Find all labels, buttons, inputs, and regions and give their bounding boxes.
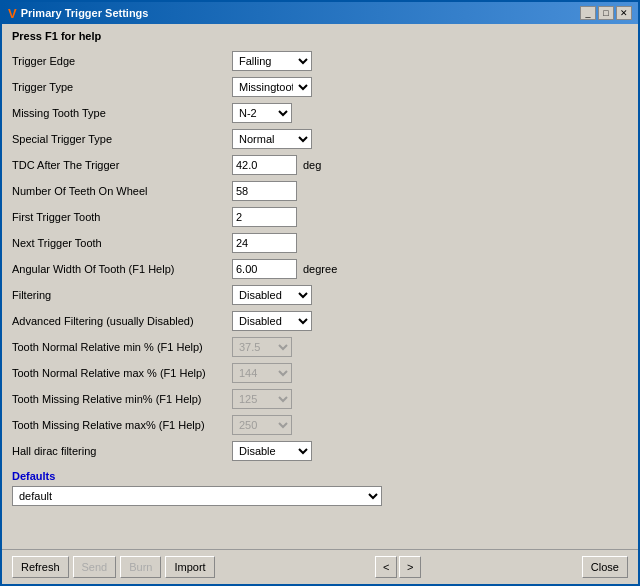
- app-icon: V: [8, 6, 17, 21]
- tooth-normal-min-label: Tooth Normal Relative min % (F1 Help): [12, 341, 232, 353]
- next-tooth-label: Next Trigger Tooth: [12, 237, 232, 249]
- missing-tooth-type-select[interactable]: N-2 N-1: [232, 103, 292, 123]
- minimize-button[interactable]: _: [580, 6, 596, 20]
- tooth-normal-min-control: 37.5: [232, 337, 292, 357]
- angular-width-label: Angular Width Of Tooth (F1 Help): [12, 263, 232, 275]
- first-tooth-input[interactable]: [232, 207, 297, 227]
- hall-dirac-control: Disable Enable: [232, 441, 312, 461]
- close-button[interactable]: Close: [582, 556, 628, 578]
- trigger-type-select[interactable]: Missingtooth Other: [232, 77, 312, 97]
- filtering-row: Filtering Disabled Enabled: [12, 284, 628, 306]
- tdc-control: deg: [232, 155, 321, 175]
- trigger-type-row: Trigger Type Missingtooth Other: [12, 76, 628, 98]
- import-button[interactable]: Import: [165, 556, 214, 578]
- missing-tooth-type-row: Missing Tooth Type N-2 N-1: [12, 102, 628, 124]
- tooth-normal-max-control: 144: [232, 363, 292, 383]
- tooth-normal-max-label: Tooth Normal Relative max % (F1 Help): [12, 367, 232, 379]
- adv-filtering-label: Advanced Filtering (usually Disabled): [12, 315, 232, 327]
- main-window: V Primary Trigger Settings _ □ ✕ Press F…: [0, 0, 640, 586]
- teeth-control: [232, 181, 297, 201]
- tdc-label: TDC After The Trigger: [12, 159, 232, 171]
- next-tooth-input[interactable]: [232, 233, 297, 253]
- adv-filtering-select[interactable]: Disabled Enabled: [232, 311, 312, 331]
- tooth-missing-max-row: Tooth Missing Relative max% (F1 Help) 25…: [12, 414, 628, 436]
- tooth-missing-min-control: 125: [232, 389, 292, 409]
- trigger-edge-label: Trigger Edge: [12, 55, 232, 67]
- burn-button[interactable]: Burn: [120, 556, 161, 578]
- defaults-label: Defaults: [12, 470, 628, 482]
- trigger-edge-select[interactable]: Falling Rising: [232, 51, 312, 71]
- first-tooth-label: First Trigger Tooth: [12, 211, 232, 223]
- angular-width-row: Angular Width Of Tooth (F1 Help) degree: [12, 258, 628, 280]
- next-button[interactable]: >: [399, 556, 421, 578]
- footer-right: Close: [582, 556, 628, 578]
- filtering-control: Disabled Enabled: [232, 285, 312, 305]
- trigger-edge-control: Falling Rising: [232, 51, 312, 71]
- content-area: Press F1 for help Trigger Edge Falling R…: [2, 24, 638, 549]
- hall-dirac-row: Hall dirac filtering Disable Enable: [12, 440, 628, 462]
- tdc-unit: deg: [303, 159, 321, 171]
- filtering-label: Filtering: [12, 289, 232, 301]
- filtering-select[interactable]: Disabled Enabled: [232, 285, 312, 305]
- footer: Refresh Send Burn Import < > Close: [2, 549, 638, 584]
- send-button[interactable]: Send: [73, 556, 117, 578]
- trigger-type-label: Trigger Type: [12, 81, 232, 93]
- refresh-button[interactable]: Refresh: [12, 556, 69, 578]
- tdc-row: TDC After The Trigger deg: [12, 154, 628, 176]
- teeth-input[interactable]: [232, 181, 297, 201]
- tooth-missing-min-label: Tooth Missing Relative min% (F1 Help): [12, 393, 232, 405]
- trigger-type-control: Missingtooth Other: [232, 77, 312, 97]
- missing-tooth-type-control: N-2 N-1: [232, 103, 292, 123]
- teeth-label: Number Of Teeth On Wheel: [12, 185, 232, 197]
- tooth-normal-min-row: Tooth Normal Relative min % (F1 Help) 37…: [12, 336, 628, 358]
- title-bar-left: V Primary Trigger Settings: [8, 6, 148, 21]
- special-trigger-type-label: Special Trigger Type: [12, 133, 232, 145]
- defaults-select[interactable]: default: [12, 486, 382, 506]
- next-tooth-row: Next Trigger Tooth: [12, 232, 628, 254]
- tdc-input[interactable]: [232, 155, 297, 175]
- defaults-section: Defaults default: [12, 470, 628, 506]
- tooth-missing-max-select[interactable]: 250: [232, 415, 292, 435]
- footer-left: Refresh Send Burn Import: [12, 556, 215, 578]
- teeth-row: Number Of Teeth On Wheel: [12, 180, 628, 202]
- title-buttons: _ □ ✕: [580, 6, 632, 20]
- adv-filtering-row: Advanced Filtering (usually Disabled) Di…: [12, 310, 628, 332]
- window-title: Primary Trigger Settings: [21, 7, 149, 19]
- close-title-button[interactable]: ✕: [616, 6, 632, 20]
- tooth-normal-min-select[interactable]: 37.5: [232, 337, 292, 357]
- special-trigger-type-control: Normal Special: [232, 129, 312, 149]
- angular-width-unit: degree: [303, 263, 337, 275]
- tooth-missing-min-select[interactable]: 125: [232, 389, 292, 409]
- special-trigger-type-select[interactable]: Normal Special: [232, 129, 312, 149]
- first-tooth-control: [232, 207, 297, 227]
- missing-tooth-type-label: Missing Tooth Type: [12, 107, 232, 119]
- special-trigger-type-row: Special Trigger Type Normal Special: [12, 128, 628, 150]
- defaults-row: default: [12, 486, 628, 506]
- prev-button[interactable]: <: [375, 556, 397, 578]
- hall-dirac-label: Hall dirac filtering: [12, 445, 232, 457]
- angular-width-input[interactable]: [232, 259, 297, 279]
- restore-button[interactable]: □: [598, 6, 614, 20]
- tooth-missing-min-row: Tooth Missing Relative min% (F1 Help) 12…: [12, 388, 628, 410]
- hall-dirac-select[interactable]: Disable Enable: [232, 441, 312, 461]
- title-bar: V Primary Trigger Settings _ □ ✕: [2, 2, 638, 24]
- next-tooth-control: [232, 233, 297, 253]
- first-tooth-row: First Trigger Tooth: [12, 206, 628, 228]
- help-text: Press F1 for help: [12, 30, 628, 42]
- tooth-missing-max-control: 250: [232, 415, 292, 435]
- tooth-normal-max-row: Tooth Normal Relative max % (F1 Help) 14…: [12, 362, 628, 384]
- adv-filtering-control: Disabled Enabled: [232, 311, 312, 331]
- angular-width-control: degree: [232, 259, 337, 279]
- footer-center: < >: [375, 556, 421, 578]
- tooth-normal-max-select[interactable]: 144: [232, 363, 292, 383]
- trigger-edge-row: Trigger Edge Falling Rising: [12, 50, 628, 72]
- tooth-missing-max-label: Tooth Missing Relative max% (F1 Help): [12, 419, 232, 431]
